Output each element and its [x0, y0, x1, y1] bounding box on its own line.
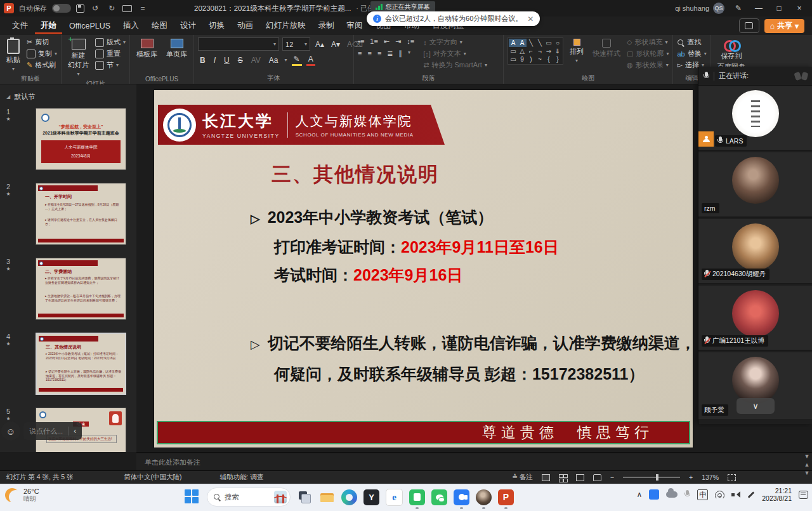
strikethrough-button[interactable]: S [236, 55, 245, 65]
align-center-icon[interactable]: ≡ [367, 50, 371, 58]
align-left-icon[interactable]: ≡ [358, 50, 362, 58]
font-size-combo[interactable]: 12▾ [282, 37, 310, 51]
slide-thumbnail-4-selected[interactable]: 三、其他情况说明 ▸ 2023年中小学教资考试（笔试）打印准考证时间：2023年… [36, 333, 126, 395]
tab-review[interactable]: 审阅 [341, 17, 369, 34]
language-status[interactable]: 简体中文(中国大陆) [118, 473, 188, 482]
speaker-icon[interactable] [731, 491, 740, 498]
e-browser-icon[interactable]: e [386, 489, 403, 506]
bold-button[interactable]: B [198, 55, 207, 65]
reading-view-icon[interactable] [576, 474, 584, 481]
scroll-down-icon[interactable]: ▼ [804, 453, 810, 460]
shape-outline-button[interactable]: ▢形状轮廓▾ [627, 49, 669, 58]
notes-pane[interactable]: 单击此处添加备注 [136, 452, 812, 470]
start-button[interactable] [184, 489, 200, 505]
align-right-icon[interactable]: ≡ [377, 50, 381, 58]
new-slide-button[interactable]: 新建 幻灯片▾ [65, 37, 91, 78]
motto-bar[interactable]: 尊道贵德 慎思笃行 [157, 421, 690, 444]
fit-slide-icon[interactable] [728, 474, 736, 481]
share-button[interactable]: ⌂ 共享 ▾ [764, 19, 804, 33]
tab-insert[interactable]: 插入 [117, 17, 145, 34]
bullets-icon[interactable]: •≡ [358, 37, 364, 46]
grow-font-button[interactable]: A▴ [313, 39, 326, 50]
shapes-gallery[interactable]: AA╲╲▭○ ▭△⌐¬⇒⇓ ▭9)~{} [508, 37, 563, 65]
task-view-button[interactable] [297, 489, 313, 505]
single-page-library-button[interactable]: 单页库 [164, 37, 190, 60]
numbering-icon[interactable]: 1≡ [370, 37, 378, 46]
next-slide-icon[interactable]: ▼ [804, 470, 810, 476]
smartart-button[interactable]: ⇄转换为 SmartArt▾ [423, 60, 487, 70]
arrange-button[interactable]: 排列▾ [567, 37, 586, 65]
participant-tile-guyutang[interactable]: 顾予棠 ∨ [698, 352, 812, 419]
present-icon[interactable] [122, 5, 132, 12]
justify-icon[interactable]: ≣ [387, 50, 393, 58]
slide-canvas[interactable]: 长江大学 YANGTZE UNIVERSITY 人文与新媒体学院 SCHOOL … [154, 90, 693, 448]
hidden-icons-chevron[interactable]: ∧ [636, 490, 642, 499]
slide-thumbnail-3[interactable]: 二、学费缴纳 ▸ 所有学生于9月15日前完成缴费，缴费说明见学校计划财务处官网通… [36, 258, 126, 320]
user-chip[interactable]: qi shuhang QS [675, 3, 724, 14]
columns-icon[interactable]: ∥ [399, 50, 403, 58]
tab-draw[interactable]: 绘图 [146, 17, 173, 34]
copy-button[interactable]: 复制▾ [27, 49, 57, 58]
maximize-button[interactable]: □ [773, 4, 785, 13]
tencent-meeting-icon[interactable] [454, 489, 469, 505]
underline-button[interactable]: U [222, 55, 232, 65]
ink-pen-icon[interactable]: ✎ [732, 4, 745, 13]
chat-input[interactable]: 说点什么... ‹ [23, 422, 82, 440]
powerpoint-taskbar-icon[interactable]: P [498, 489, 514, 505]
cut-button[interactable]: ✂剪切 [27, 37, 57, 47]
section-button[interactable]: 节▾ [95, 60, 126, 70]
zoom-in-icon[interactable]: + [689, 474, 693, 481]
collapse-left-icon[interactable]: ‹ [74, 427, 76, 435]
align-text-button[interactable]: [↕]对齐文本▾ [423, 49, 487, 58]
zoom-slider-thumb[interactable] [656, 474, 658, 481]
tab-record[interactable]: 录制 [313, 17, 340, 34]
comments-button[interactable] [739, 18, 759, 33]
tab-home[interactable]: 开始 [35, 17, 62, 34]
quick-styles-button[interactable]: 快速样式 [590, 37, 623, 60]
save-icon[interactable] [76, 4, 84, 13]
tab-slideshow[interactable]: 幻灯片放映 [260, 17, 311, 34]
ime-indicator[interactable]: 中 [697, 489, 708, 500]
file-explorer-icon[interactable] [319, 489, 335, 505]
font-name-combo[interactable]: ▾ [198, 37, 279, 51]
zoom-slider[interactable] [623, 477, 680, 478]
slide-thumbnail-1[interactable]: “梦想起航，安全至上” 2021级本科生秋季学期开学前主题班会 人文与新媒体学院… [36, 108, 126, 170]
shrink-font-button[interactable]: A▾ [329, 39, 342, 50]
tab-design[interactable]: 设计 [174, 17, 202, 34]
meeting-tray-icon[interactable] [649, 489, 659, 500]
close-button[interactable]: × [793, 4, 806, 13]
italic-button[interactable]: I [212, 55, 218, 65]
paste-button[interactable]: 粘贴▾ [4, 37, 23, 73]
slide-indicator[interactable]: 幻灯片 第 4 张, 共 5 张 [0, 473, 80, 482]
participant-tile-lars[interactable]: LARS [698, 86, 812, 151]
onedrive-cloud-icon[interactable] [666, 491, 678, 498]
weather-widget[interactable]: 26°C 晴朗 [5, 488, 39, 503]
ribbon-options-icon[interactable]: = [137, 4, 148, 13]
increase-indent-icon[interactable]: ⇥ [395, 37, 401, 46]
reset-button[interactable]: 重置 [95, 49, 126, 58]
slide-sorter-icon[interactable] [559, 474, 567, 481]
normal-view-icon[interactable] [542, 474, 550, 481]
notes-toggle[interactable]: ≙ 备注 [512, 473, 533, 482]
slideshow-icon[interactable] [593, 474, 601, 481]
participant-tile-rzm[interactable]: rzm [698, 152, 812, 218]
toast-close-icon[interactable]: ✕ [527, 15, 534, 23]
line-spacing-icon[interactable]: ↕≡ [407, 37, 414, 46]
find-button[interactable]: 查找 [677, 37, 706, 47]
slide-body-text[interactable]: ▷2023年中小学教资考试（笔试） 打印准考证时间：2023年9月11日至16日… [251, 203, 758, 388]
emoji-button[interactable]: ☺ [1, 421, 20, 441]
dark-app-icon[interactable]: Y [363, 489, 379, 505]
decrease-indent-icon[interactable]: ⇤ [384, 37, 390, 46]
pen-icon[interactable] [747, 491, 755, 499]
template-library-button[interactable]: 模板库 [134, 37, 160, 60]
participant-tile-huyaodan[interactable]: 202104630胡耀丹 [698, 219, 812, 284]
shape-fill-button[interactable]: ◇形状填充▾ [627, 37, 669, 47]
autosave-toggle[interactable] [52, 4, 71, 13]
collapse-panel-button[interactable]: ∨ [737, 398, 775, 414]
shape-effects-button[interactable]: ◍形状效果▾ [627, 60, 669, 70]
avatar-app-icon[interactable] [476, 489, 492, 505]
notification-center-icon[interactable] [799, 491, 808, 499]
minimize-button[interactable]: — [752, 4, 765, 13]
highlight-color-button[interactable]: ✎ [292, 54, 302, 66]
tab-file[interactable]: 文件 [6, 17, 34, 34]
